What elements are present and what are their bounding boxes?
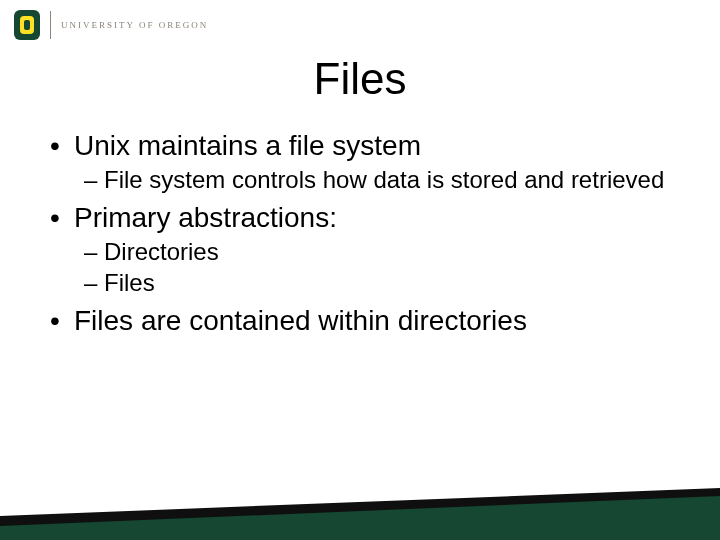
bullet-text: Directories [104,238,219,265]
bullet-text: Files [104,269,155,296]
slide: UNIVERSITY OF OREGON Files Unix maintain… [0,0,720,540]
footer-graphic [0,482,720,540]
bullet-level1: Primary abstractions: [50,202,670,234]
slide-title: Files [0,54,720,104]
oregon-o-logo-icon [14,8,40,42]
header-divider [50,11,51,39]
bullet-text: File system controls how data is stored … [104,166,664,193]
bullet-level2: File system controls how data is stored … [84,166,670,194]
bullet-text: Files are contained within directories [74,305,527,336]
header: UNIVERSITY OF OREGON [14,8,208,42]
svg-rect-2 [24,20,30,30]
bullet-level1: Files are contained within directories [50,305,670,337]
university-name: UNIVERSITY OF OREGON [61,20,208,30]
bullet-level2: Directories [84,238,670,266]
bullet-level2: Files [84,269,670,297]
bullet-text: Primary abstractions: [74,202,337,233]
slide-content: Unix maintains a file system File system… [50,130,670,341]
bullet-text: Unix maintains a file system [74,130,421,161]
bullet-level1: Unix maintains a file system [50,130,670,162]
